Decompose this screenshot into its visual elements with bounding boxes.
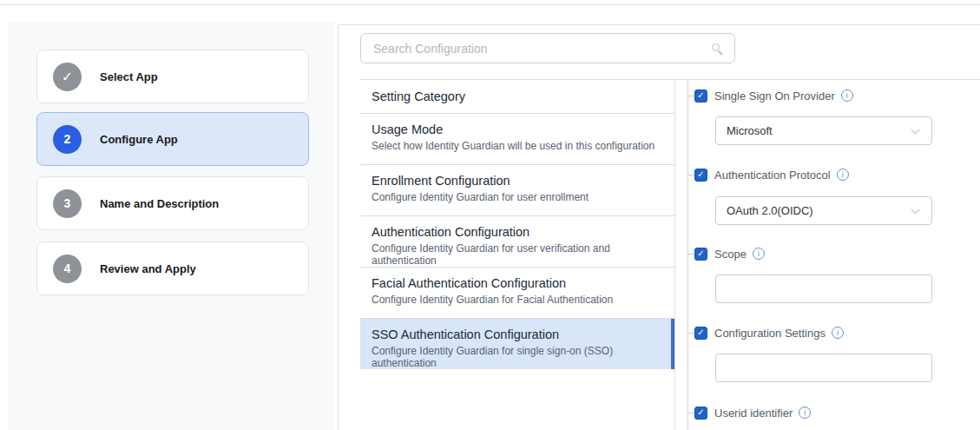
list-item-title: Enrollment Configuration [372,174,664,188]
search-input[interactable] [361,34,734,63]
step-label: Select App [100,70,158,83]
list-item-description: Configure Identity Guardian for Facial A… [372,294,664,306]
wizard-stepper-panel: Select App 2 Configure App 3 Name and De… [9,22,334,430]
single-sign-on-provider-checkbox[interactable] [694,89,707,103]
search-configuration-box [360,33,735,63]
chevron-down-icon [911,126,920,135]
single-sign-on-provider-dropdown[interactable]: Microsoft [715,116,932,145]
list-item-authentication-configuration[interactable]: Authentication Configuration Configure I… [360,216,674,268]
field-label: Authentication Protocol [714,169,831,182]
list-item-description: Configure Identity Guardian for user enr… [372,191,664,203]
list-item-description: Configure Identity Guardian for user ver… [372,242,664,267]
info-icon[interactable] [799,407,811,419]
info-icon[interactable] [753,248,765,260]
info-icon[interactable] [837,169,849,181]
chevron-down-icon [911,206,920,215]
step-label: Name and Description [100,197,219,210]
step-select-app[interactable]: Select App [36,50,309,103]
field-label: Configuration Settings [714,327,825,340]
configuration-settings-input-wrap [715,354,932,382]
list-item-title: Authentication Configuration [372,225,664,239]
info-icon[interactable] [841,89,853,102]
field-row-scope: Scope [694,247,765,261]
list-item-title: Facial Authentication Configuration [372,276,664,290]
top-divider [0,4,980,5]
content-card-top-border [338,24,980,25]
info-icon[interactable] [832,327,844,339]
step-review-and-apply[interactable]: 4 Review and Apply [36,241,309,295]
list-item-description: Configure Identity Guardian for single s… [372,345,661,369]
list-item-title: SSO Authentication Configuration [372,327,661,341]
step-1-indicator [53,63,82,91]
scope-checkbox[interactable] [694,248,707,261]
configuration-settings-input[interactable] [716,354,931,381]
list-item-description: Select how Identity Guardian will be use… [372,140,664,152]
step-name-and-description[interactable]: 3 Name and Description [36,176,309,230]
content-card-left-border [338,24,339,430]
field-row-authentication-protocol: Authentication Protocol [694,168,849,182]
authentication-protocol-checkbox[interactable] [694,169,707,182]
configuration-settings-checkbox[interactable] [694,327,707,340]
check-icon [62,69,73,85]
userid-identifier-checkbox[interactable] [694,407,707,420]
setting-category-list: Setting Category Usage Mode Select how I… [360,80,674,369]
step-3-indicator: 3 [53,189,82,218]
step-2-indicator: 2 [53,125,82,154]
field-row-configuration-settings: Configuration Settings [694,326,844,340]
field-label: Scope [714,248,747,261]
field-label: Userid identifier [714,407,793,420]
step-configure-app[interactable]: 2 Configure App [36,112,309,166]
dropdown-value: Microsoft [727,124,773,137]
list-item-title: Usage Mode [372,122,664,136]
list-item-usage-mode[interactable]: Usage Mode Select how Identity Guardian … [360,114,674,165]
form-tree-line [687,80,688,430]
step-4-indicator: 4 [53,255,82,283]
field-row-single-sign-on-provider: Single Sign On Provider [694,89,853,103]
step-label: Review and Apply [100,262,196,275]
field-row-userid-identifier: Userid identifier [694,406,811,420]
field-label: Single Sign On Provider [714,89,835,103]
search-icon [712,43,720,51]
list-right-divider [674,79,675,430]
setting-category-header: Setting Category [360,80,674,114]
dropdown-value: OAuth 2.0(OIDC) [727,204,813,217]
authentication-protocol-dropdown[interactable]: OAuth 2.0(OIDC) [715,196,932,225]
configure-app-screen: Select App 2 Configure App 3 Name and De… [0,0,980,430]
list-item-enrollment-configuration[interactable]: Enrollment Configuration Configure Ident… [360,165,674,216]
list-item-sso-authentication-configuration[interactable]: SSO Authentication Configuration Configu… [360,319,674,369]
scope-input-wrap [715,275,932,303]
scope-input[interactable] [716,275,931,302]
step-label: Configure App [100,133,178,146]
list-item-facial-authentication-configuration[interactable]: Facial Authentication Configuration Conf… [360,268,674,319]
